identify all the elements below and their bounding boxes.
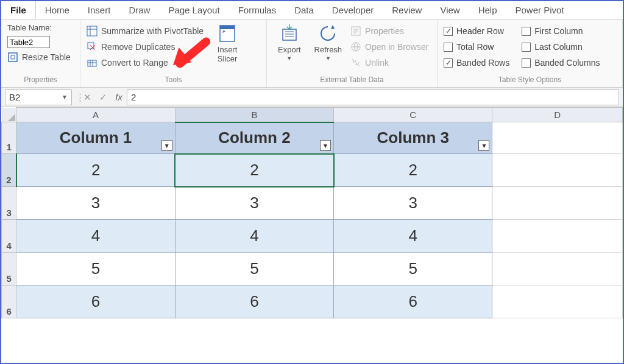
name-box[interactable]: B2 ▼ xyxy=(5,89,72,105)
unlink-button[interactable]: Unlink xyxy=(350,56,428,69)
tab-view[interactable]: View xyxy=(431,1,469,19)
col-header-A[interactable]: A xyxy=(16,108,175,122)
banded-columns-label: Banded Columns xyxy=(534,58,600,68)
tab-power-pivot[interactable]: Power Pivot xyxy=(506,1,573,19)
table-name-label: Table Name: xyxy=(7,23,71,32)
cancel-formula-button[interactable]: ✕ xyxy=(79,92,95,103)
last-column-checkbox[interactable]: Last Column xyxy=(522,40,600,54)
svg-rect-6 xyxy=(283,29,296,40)
cell-C2[interactable]: 2 xyxy=(334,154,492,187)
summarize-pivottable-button[interactable]: Summarize with PivotTable xyxy=(87,24,204,38)
col-header-B[interactable]: B xyxy=(175,108,333,122)
cell-B6[interactable]: 6 xyxy=(175,285,333,318)
ribbon-tabstrip: File Home Insert Draw Page Layout Formul… xyxy=(1,1,623,19)
tab-data[interactable]: Data xyxy=(285,1,323,19)
first-column-label: First Column xyxy=(534,26,583,36)
filter-dropdown-icon[interactable]: ▼ xyxy=(320,140,331,151)
filter-dropdown-icon[interactable]: ▼ xyxy=(161,140,172,151)
svg-rect-5 xyxy=(220,26,235,29)
table-header-col3[interactable]: Column 3 ▼ xyxy=(334,122,492,154)
cell-B5[interactable]: 5 xyxy=(175,253,333,285)
cell-D5[interactable] xyxy=(492,253,623,285)
table-header-col2[interactable]: Column 2 ▼ xyxy=(175,122,333,154)
tab-review[interactable]: Review xyxy=(383,1,431,19)
col-header-D[interactable]: D xyxy=(492,108,623,122)
tab-page-layout[interactable]: Page Layout xyxy=(159,1,229,19)
cell-A5[interactable]: 5 xyxy=(16,253,175,285)
unlink-label: Unlink xyxy=(365,58,389,68)
remove-duplicates-icon xyxy=(87,41,98,52)
select-all-corner[interactable] xyxy=(2,108,16,122)
last-column-label: Last Column xyxy=(534,42,583,52)
cell-A6[interactable]: 6 xyxy=(16,285,175,318)
resize-table-button[interactable]: Resize Table xyxy=(7,51,71,64)
enter-formula-button[interactable]: ✓ xyxy=(95,92,111,103)
insert-slicer-button[interactable]: Insert Slicer xyxy=(212,23,243,63)
cell-D4[interactable] xyxy=(492,220,623,253)
convert-to-range-icon xyxy=(87,57,98,68)
convert-to-range-button[interactable]: Convert to Range xyxy=(87,56,204,69)
refresh-button[interactable]: Refresh ▼ xyxy=(310,23,347,61)
row-header-2[interactable]: 2 xyxy=(2,154,16,187)
tab-file[interactable]: File xyxy=(1,1,36,19)
tab-formulas[interactable]: Formulas xyxy=(229,1,286,19)
banded-rows-checkbox[interactable]: Banded Rows xyxy=(444,56,509,69)
cell-C5[interactable]: 5 xyxy=(334,253,492,285)
cell-B4[interactable]: 4 xyxy=(175,220,333,253)
export-icon xyxy=(279,23,300,44)
export-label: Export xyxy=(278,45,301,54)
cell-A3[interactable]: 3 xyxy=(16,187,175,220)
table-name-input[interactable] xyxy=(7,36,50,48)
cell-C6[interactable]: 6 xyxy=(334,285,492,318)
refresh-dropdown-icon[interactable]: ▼ xyxy=(325,55,331,61)
export-button[interactable]: Export ▼ xyxy=(273,23,306,61)
header-row-label: Header Row xyxy=(456,26,504,36)
checkbox-icon xyxy=(444,58,453,68)
cell-C3[interactable]: 3 xyxy=(334,187,492,220)
tab-insert[interactable]: Insert xyxy=(79,1,120,19)
header-row-checkbox[interactable]: Header Row xyxy=(444,24,509,38)
table-header-col1[interactable]: Column 1 ▼ xyxy=(16,122,175,154)
row-header-4[interactable]: 4 xyxy=(2,220,16,253)
remove-duplicates-button[interactable]: Remove Duplicates xyxy=(87,40,204,54)
svg-rect-3 xyxy=(88,60,96,66)
row-header-3[interactable]: 3 xyxy=(2,187,16,220)
col-header-C[interactable]: C xyxy=(334,108,492,122)
cell-A4[interactable]: 4 xyxy=(16,220,175,253)
summarize-pivottable-label: Summarize with PivotTable xyxy=(101,26,204,36)
cell-D3[interactable] xyxy=(492,187,623,220)
cell-D2[interactable] xyxy=(492,154,623,187)
filter-dropdown-icon[interactable]: ▼ xyxy=(478,140,489,151)
open-in-browser-button[interactable]: Open in Browser xyxy=(350,40,428,54)
cell-D1[interactable] xyxy=(492,122,623,154)
spreadsheet-grid[interactable]: A B C D 1 Column 1 ▼ Column 2 ▼ Column 3… xyxy=(1,107,623,363)
total-row-checkbox[interactable]: Total Row xyxy=(444,40,509,54)
name-box-dropdown-icon[interactable]: ▼ xyxy=(62,94,68,100)
tab-home[interactable]: Home xyxy=(36,1,79,19)
svg-rect-1 xyxy=(87,26,97,36)
convert-to-range-label: Convert to Range xyxy=(101,58,168,68)
banded-columns-checkbox[interactable]: Banded Columns xyxy=(522,56,600,69)
tab-draw[interactable]: Draw xyxy=(119,1,159,19)
tab-developer[interactable]: Developer xyxy=(323,1,383,19)
table-properties-label: Properties xyxy=(365,26,404,36)
group-tools-label: Tools xyxy=(87,75,260,86)
tab-help[interactable]: Help xyxy=(469,1,506,19)
cell-B3[interactable]: 3 xyxy=(175,187,333,220)
browser-icon xyxy=(350,41,361,52)
table-header-col3-label: Column 3 xyxy=(377,128,449,147)
first-column-checkbox[interactable]: First Column xyxy=(522,24,600,38)
formula-bar: B2 ▼ ⋮ ✕ ✓ fx 2 xyxy=(1,88,623,107)
table-header-col1-label: Column 1 xyxy=(60,128,132,147)
row-header-6[interactable]: 6 xyxy=(2,285,16,318)
cell-C4[interactable]: 4 xyxy=(334,220,492,253)
row-header-1[interactable]: 1 xyxy=(2,122,16,154)
formula-input[interactable]: 2 xyxy=(127,89,619,105)
cell-A2[interactable]: 2 xyxy=(16,154,175,187)
row-header-5[interactable]: 5 xyxy=(2,253,16,285)
fx-button[interactable]: fx xyxy=(111,92,127,102)
cell-B2[interactable]: 2 xyxy=(175,154,333,187)
table-properties-button[interactable]: Properties xyxy=(350,24,428,38)
cell-D6[interactable] xyxy=(492,285,623,318)
export-dropdown-icon[interactable]: ▼ xyxy=(286,55,292,61)
